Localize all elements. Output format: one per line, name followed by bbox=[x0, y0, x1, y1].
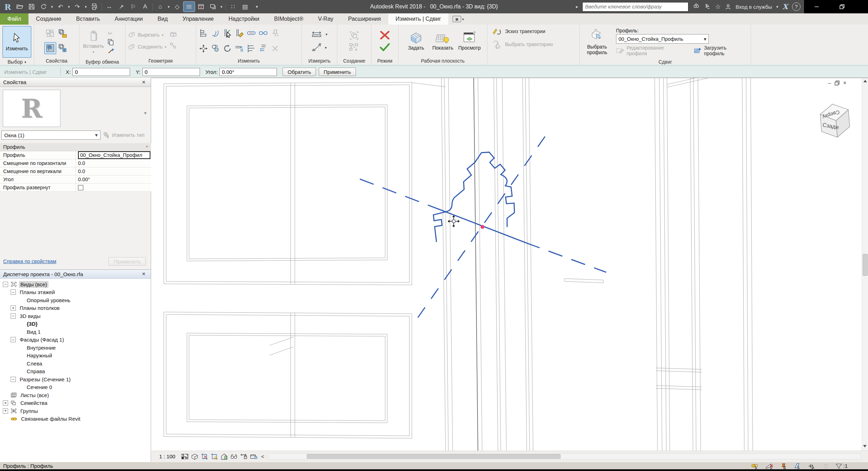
minimize-button[interactable]: ─ bbox=[804, 0, 829, 13]
wall-joins-icon[interactable] bbox=[169, 32, 177, 40]
align-icon[interactable] bbox=[199, 28, 208, 38]
y-input[interactable] bbox=[142, 68, 200, 76]
restore-button[interactable] bbox=[829, 0, 855, 13]
tree-item-right[interactable]: Справа bbox=[0, 368, 151, 376]
open-icon[interactable] bbox=[14, 2, 25, 12]
join-geometry-dropdown-icon[interactable]: ▾ bbox=[165, 45, 167, 49]
align-multiple-icon[interactable] bbox=[247, 44, 256, 53]
browser-close-icon[interactable]: × bbox=[140, 270, 148, 278]
drag-on-selection-icon[interactable] bbox=[808, 463, 816, 469]
tree-expand-icon[interactable]: + bbox=[11, 305, 16, 311]
tab-vray[interactable]: V-Ray bbox=[311, 13, 341, 25]
sketch-path-button[interactable]: Эскиз траектории bbox=[492, 26, 545, 37]
modify-button[interactable]: Изменить bbox=[2, 26, 31, 58]
favorites-icon[interactable]: ☆ bbox=[715, 3, 721, 11]
copy-element-icon[interactable] bbox=[211, 44, 220, 53]
select-pinned-icon[interactable] bbox=[780, 463, 788, 469]
property-row[interactable]: Профиль 00_Окно_Стойка_Профил bbox=[0, 151, 151, 159]
scroll-down-icon[interactable] bbox=[863, 445, 867, 447]
tree-expand-icon[interactable]: + bbox=[3, 400, 8, 406]
match-type-icon[interactable] bbox=[108, 47, 115, 54]
tab-addins[interactable]: Надстройки bbox=[221, 13, 267, 25]
tab-annotate[interactable]: Аннотации bbox=[107, 13, 150, 25]
profile-dropdown[interactable]: 00_Окно_Стойка_Профиль ▾ bbox=[616, 34, 709, 44]
cut-icon[interactable]: ✂ bbox=[108, 30, 115, 37]
measure-dropdown-icon[interactable]: ▾ bbox=[325, 32, 327, 36]
tab-view[interactable]: Вид bbox=[150, 13, 175, 25]
tree-item-ceilingplans[interactable]: + Планы потолков bbox=[0, 304, 151, 312]
path-origin-point[interactable] bbox=[481, 225, 485, 229]
crop-view-icon[interactable] bbox=[201, 453, 208, 460]
section-icon[interactable]: ◇ bbox=[171, 2, 183, 12]
tab-insert[interactable]: Вставить bbox=[69, 13, 108, 25]
trim-extend-single-icon[interactable] bbox=[235, 44, 244, 53]
workplane-viewer-button[interactable]: Просмотр bbox=[456, 31, 482, 51]
help-icon[interactable]: ? bbox=[792, 2, 801, 11]
tree-item-families[interactable]: + Семейства bbox=[0, 399, 151, 407]
delete-icon[interactable] bbox=[271, 44, 279, 53]
property-row[interactable]: Смещение по горизонтали 0.0 bbox=[0, 159, 151, 167]
measure-between-dropdown-icon[interactable]: ▾ bbox=[325, 46, 326, 50]
move-icon[interactable] bbox=[199, 44, 208, 53]
drawing-area[interactable]: Сверху Сзади ─ × 1 : 100 bbox=[151, 78, 868, 462]
offset-icon[interactable] bbox=[211, 28, 220, 38]
x-input[interactable] bbox=[72, 68, 130, 76]
tab-file[interactable]: Файл bbox=[0, 13, 28, 25]
measure-icon[interactable]: ↔ bbox=[104, 2, 115, 12]
view-scale[interactable]: 1 : 100 bbox=[159, 453, 175, 459]
horizontal-scrollbar[interactable] bbox=[268, 453, 861, 459]
tree-item-3dviews[interactable]: − 3D виды bbox=[0, 312, 151, 320]
close-hidden-windows-icon[interactable] bbox=[195, 2, 207, 12]
tree-item-sections[interactable]: − Разрезы (Сечение 1) bbox=[0, 375, 151, 383]
view-bar-collapse-icon[interactable]: < bbox=[261, 453, 264, 459]
properties-apply-button[interactable]: Применить bbox=[109, 257, 146, 266]
qat-customize-icon[interactable]: ▾ bbox=[251, 2, 263, 12]
property-row[interactable]: Профиль развернут bbox=[0, 184, 151, 192]
select-underlay-icon[interactable] bbox=[765, 463, 774, 469]
select-by-face-icon[interactable] bbox=[793, 463, 802, 469]
measure-tool-button[interactable]: ▾ bbox=[311, 29, 327, 39]
browser-header[interactable]: Диспетчер проекта - 00_Окно.rfa × bbox=[0, 270, 151, 279]
thin-lines-icon[interactable] bbox=[183, 2, 195, 12]
family-types-icon[interactable] bbox=[45, 28, 56, 39]
sync-dropdown-icon[interactable]: ▾ bbox=[50, 2, 54, 12]
model-wireframe[interactable]: Сверху Сзади bbox=[151, 78, 868, 451]
flip-button[interactable]: Обратить bbox=[283, 68, 316, 76]
signin-dropdown-icon[interactable]: ▾ bbox=[776, 5, 778, 9]
cut-geometry-button[interactable]: Вырезать ▾ bbox=[128, 30, 167, 40]
view-restore-icon[interactable] bbox=[835, 81, 840, 85]
edit-profile-button[interactable]: Редактирование профиля bbox=[616, 45, 686, 56]
cut-geometry-dropdown-icon[interactable]: ▾ bbox=[162, 33, 163, 37]
unjoin-icon[interactable] bbox=[169, 42, 177, 50]
split-element-icon[interactable] bbox=[247, 28, 256, 38]
signin-label[interactable]: Вход в службы bbox=[736, 4, 772, 10]
split-with-gap-icon[interactable] bbox=[259, 28, 268, 38]
temporary-hide-icon[interactable] bbox=[230, 453, 238, 460]
finish-sweep-icon[interactable] bbox=[380, 43, 390, 51]
search-input[interactable] bbox=[583, 4, 688, 9]
array-icon[interactable] bbox=[259, 44, 268, 53]
signin-user-icon[interactable] bbox=[725, 4, 731, 10]
aligned-dimension-icon[interactable]: ↗ bbox=[116, 2, 127, 12]
tab-bimobject[interactable]: BIMobject® bbox=[267, 13, 311, 25]
tab-extensions[interactable]: Расширения bbox=[341, 13, 388, 25]
tree-item-3d[interactable]: {3D} bbox=[0, 320, 151, 328]
redo-dropdown-icon[interactable]: ▾ bbox=[84, 2, 88, 12]
tree-item-views[interactable]: − Виды (все) bbox=[0, 280, 151, 288]
select-profile-button[interactable]: Выбрать профиль bbox=[582, 26, 612, 58]
tree-item-revit-links[interactable]: Связанные файлы Revit bbox=[0, 415, 151, 423]
revit-logo[interactable]: R bbox=[2, 2, 13, 12]
show-workplane-button[interactable]: Показать bbox=[430, 31, 456, 51]
ribbon-cycle-dropdown-icon[interactable]: ▾ bbox=[462, 17, 464, 21]
search-icon[interactable] bbox=[693, 3, 700, 10]
paste-button[interactable]: Вставить ▾ bbox=[82, 26, 105, 58]
tree-item-view1[interactable]: Вид 1 bbox=[0, 328, 151, 336]
transfer-standards-icon[interactable] bbox=[57, 28, 69, 39]
pick-path-button[interactable]: Выбрать траекторию bbox=[492, 39, 553, 50]
section-collapse-icon[interactable]: ^ bbox=[146, 145, 148, 150]
tree-collapse-icon[interactable]: − bbox=[3, 282, 8, 287]
profile-dropdown-icon[interactable]: ▾ bbox=[704, 36, 706, 42]
view-close-icon[interactable]: × bbox=[843, 80, 846, 86]
undo-icon[interactable]: ↶ bbox=[55, 2, 66, 12]
redo-icon[interactable]: ↷ bbox=[72, 2, 83, 12]
